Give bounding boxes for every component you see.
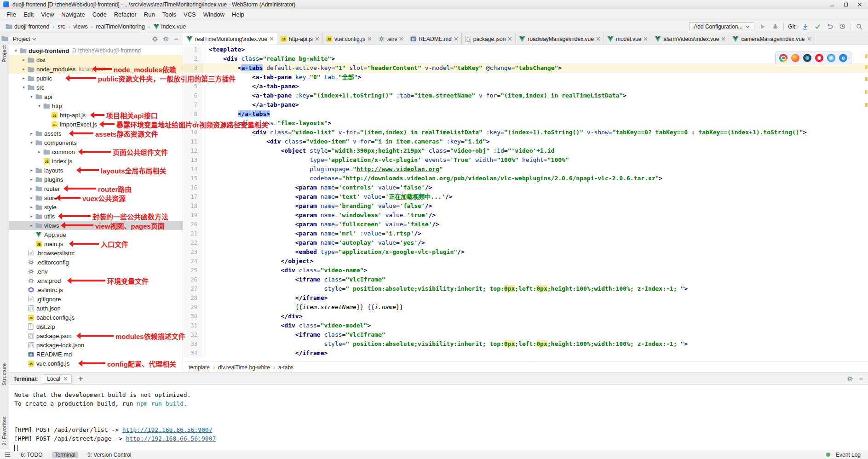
editor-tab-roadwaymanage-index-vue[interactable]: roadwayManage\index.vue [516,33,604,45]
chevron-right-icon[interactable]: ▸ [36,149,42,154]
code-line[interactable]: 29 {{item.streetName}} {{i.name}} [183,303,868,312]
locate-file-button[interactable] [152,36,158,42]
code-line[interactable]: 19 <param name='windowless' value='true'… [183,211,868,220]
tree-item-env[interactable]: .env [9,267,183,276]
editor-tab-vue-config-js[interactable]: JSvue.config.js [323,33,375,45]
editor-tab-cameramanage-index-vue[interactable]: cameraManage\index.vue [729,33,815,45]
code-line[interactable]: 33 style=" position:absolute;visibility:… [183,339,868,349]
line-number[interactable]: 18 [183,201,203,211]
status-item-event-log[interactable]: Event Log [833,452,863,458]
line-number[interactable]: 20 [183,220,203,229]
line-number[interactable]: 34 [183,349,203,358]
close-icon[interactable] [807,37,811,41]
warning-mark[interactable] [865,54,868,58]
chevron-right-icon[interactable]: ▸ [29,131,34,136]
add-configuration-button[interactable]: Add Configuration... [689,22,754,31]
breadcrumb-item-index-vue[interactable]: index.vue [152,23,187,30]
edge-browser-icon[interactable] [839,54,847,62]
breadcrumb-item-src[interactable]: src [57,23,66,30]
line-number[interactable]: 7 [183,100,203,109]
dark-browser-icon[interactable] [803,54,811,62]
tree-item-http-api-js[interactable]: JShttp-api.js [9,110,183,120]
code-line[interactable]: 2 <div class="realTime bg-white"> [183,54,868,63]
chevron-right-icon[interactable]: ▸ [29,223,34,228]
terminal-link[interactable]: http://192.168.66.56:9007 [126,435,216,442]
terminal-output[interactable]: Note that the development build is not o… [9,385,868,452]
settings-gear-icon[interactable] [163,36,169,42]
close-icon[interactable] [721,37,725,41]
tree-item-node-modules[interactable]: ▸node_moduleslibrary root [9,64,183,74]
code-line[interactable]: 5 </a-tab-pane> [183,82,868,91]
menu-tools[interactable]: Tools [159,10,180,19]
code-line[interactable]: 17 <param name='text' value='正在加载视频中...'… [183,192,868,201]
status-item-terminal[interactable]: Terminal [52,452,78,458]
line-number[interactable]: 32 [183,330,203,339]
close-icon[interactable] [596,37,600,41]
tool-button-project[interactable]: Project [1,45,7,63]
tool-button-favorites[interactable]: 2: Favorites [1,416,7,445]
warning-mark[interactable] [865,65,868,69]
tree-item-components[interactable]: ▾components [9,138,183,147]
menu-navigate[interactable]: Navigate [57,10,88,19]
code-line[interactable]: 25 <div class="video-name"> [183,266,868,275]
chevron-right-icon[interactable]: ▸ [21,76,27,80]
editor-tab-alarmvideos-index-vue[interactable]: alarmVideos\index.vue [651,33,729,45]
terminal-link[interactable]: http://192.168.66.56:9007 [122,426,213,433]
firefox-browser-icon[interactable] [791,54,799,62]
line-number[interactable]: 9 [183,119,203,128]
code-line[interactable]: 7 </a-tab-pane> [183,100,868,109]
git-rollback-button[interactable] [826,23,834,31]
code-line[interactable]: 16 <param name='controls' value='false'/… [183,183,868,192]
warning-mark[interactable] [865,77,868,81]
chevron-down-icon[interactable]: ▾ [13,48,19,53]
tree-item-dist[interactable]: ▸dist [9,55,183,64]
line-number[interactable]: 23 [183,247,203,257]
line-number[interactable]: 19 [183,211,203,220]
maximize-button[interactable] [839,1,852,8]
line-number[interactable]: 2 [183,54,203,63]
run-button[interactable] [759,23,767,31]
minimize-button[interactable] [826,1,839,8]
breadcrumb-item-duoji-frontend[interactable]: duoji-frontend [5,23,50,30]
chevron-down-icon[interactable]: ▾ [29,94,34,99]
line-number[interactable]: 10 [183,128,203,137]
project-panel-title[interactable]: Project [13,36,36,42]
code-line[interactable]: 12 <object style="width:390px;height:219… [183,146,868,155]
editor-tab-realtimemonitoring-index-vue[interactable]: realTimeMonitoring\index.vue [183,33,277,45]
menu-run[interactable]: Run [140,10,159,19]
new-terminal-button[interactable] [77,375,85,383]
line-number[interactable]: 21 [183,229,203,238]
line-number[interactable]: 6 [183,91,203,100]
tree-item-router[interactable]: ▸router [9,184,183,193]
line-number[interactable]: 33 [183,339,203,349]
tree-item-browserslistrc[interactable]: .browserslistrc [9,248,183,258]
menu-code[interactable]: Code [89,10,110,19]
tree-item-babel-config-js[interactable]: JSbabel.config.js [9,313,183,322]
editor-crumb-template[interactable]: template [189,364,210,371]
tree-item-dist-zip[interactable]: dist.zip [9,322,183,331]
editor-tab-readme-md[interactable]: MREADME.md [407,33,461,45]
line-number[interactable]: 8 [183,109,203,119]
tree-item-main-js[interactable]: JSmain.js [9,239,183,248]
line-number[interactable]: 1 [183,45,203,54]
tree-item-utils[interactable]: ▸utils [9,212,183,221]
code-line[interactable]: 4 <a-tab-pane key="0" tab="全部"> [183,73,868,82]
code-line[interactable]: 10 <div class="video-list" v-for="(item,… [183,128,868,137]
tool-button-structure[interactable]: Structure [1,363,7,385]
code-line[interactable]: 27 style=" position:absolute;visibility:… [183,284,868,293]
tree-item-store[interactable]: ▸store [9,193,183,202]
tree-item-readme-md[interactable]: MREADME.md [9,350,183,359]
menu-file[interactable]: File [3,10,20,19]
tree-item-gitignore[interactable]: .gitignore [9,294,183,304]
line-number[interactable]: 15 [183,174,203,183]
tree-item-layouts[interactable]: ▸layouts [9,166,183,175]
line-number[interactable]: 26 [183,275,203,284]
menu-icon[interactable] [5,452,11,457]
line-number[interactable]: 13 [183,155,203,165]
close-icon[interactable] [644,37,648,41]
terminal-tab-local[interactable]: Local [43,374,72,384]
close-icon[interactable] [454,37,458,41]
code-line[interactable]: 9 <div class="flex-layouts"> [183,119,868,128]
warning-mark[interactable] [865,90,868,94]
line-number[interactable]: 28 [183,293,203,303]
